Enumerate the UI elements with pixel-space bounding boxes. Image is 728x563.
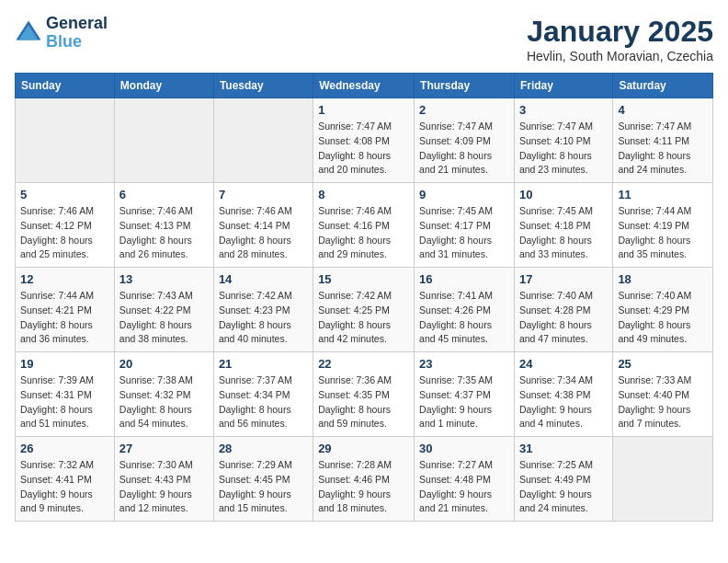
calendar-header: SundayMondayTuesdayWednesdayThursdayFrid… [16, 74, 713, 98]
day-number: 24 [519, 357, 608, 371]
day-number: 15 [318, 272, 409, 286]
day-number: 26 [20, 442, 109, 455]
day-number: 12 [20, 272, 109, 286]
weekday-header-saturday: Saturday [613, 74, 713, 98]
weekday-header-sunday: Sunday [16, 74, 115, 98]
day-number: 3 [519, 103, 608, 117]
weekday-header-friday: Friday [514, 74, 612, 98]
day-number: 19 [20, 357, 109, 371]
month-title: January 2025 [527, 15, 713, 49]
calendar-week-5: 26Sunrise: 7:32 AMSunset: 4:41 PMDayligh… [16, 437, 713, 522]
calendar-cell: 8Sunrise: 7:46 AMSunset: 4:16 PMDaylight… [313, 183, 415, 268]
day-info: Sunrise: 7:38 AMSunset: 4:32 PMDaylight:… [119, 373, 209, 431]
calendar-cell: 16Sunrise: 7:41 AMSunset: 4:26 PMDayligh… [415, 268, 515, 352]
calendar-cell: 6Sunrise: 7:46 AMSunset: 4:13 PMDaylight… [114, 183, 213, 268]
calendar-cell: 24Sunrise: 7:34 AMSunset: 4:38 PMDayligh… [514, 352, 612, 437]
calendar-cell: 23Sunrise: 7:35 AMSunset: 4:37 PMDayligh… [415, 352, 515, 437]
day-number: 10 [519, 188, 608, 201]
logo: General Blue [15, 15, 108, 52]
calendar-cell: 25Sunrise: 7:33 AMSunset: 4:40 PMDayligh… [613, 352, 713, 437]
day-info: Sunrise: 7:39 AMSunset: 4:31 PMDaylight:… [20, 373, 109, 431]
calendar-body: 1Sunrise: 7:47 AMSunset: 4:08 PMDaylight… [16, 98, 713, 522]
day-info: Sunrise: 7:40 AMSunset: 4:29 PMDaylight:… [618, 289, 708, 347]
calendar-week-3: 12Sunrise: 7:44 AMSunset: 4:21 PMDayligh… [16, 268, 713, 352]
title-block: January 2025 Hevlin, South Moravian, Cze… [527, 15, 713, 63]
day-info: Sunrise: 7:42 AMSunset: 4:25 PMDaylight:… [318, 289, 409, 347]
day-number: 21 [219, 357, 308, 371]
calendar-cell: 13Sunrise: 7:43 AMSunset: 4:22 PMDayligh… [114, 268, 213, 352]
day-info: Sunrise: 7:45 AMSunset: 4:17 PMDaylight:… [419, 204, 509, 262]
calendar-week-4: 19Sunrise: 7:39 AMSunset: 4:31 PMDayligh… [16, 352, 713, 437]
day-number: 7 [219, 188, 308, 201]
day-info: Sunrise: 7:47 AMSunset: 4:11 PMDaylight:… [618, 120, 708, 178]
calendar-cell [114, 98, 213, 183]
calendar-cell: 7Sunrise: 7:46 AMSunset: 4:14 PMDaylight… [213, 183, 313, 268]
calendar-cell [16, 98, 115, 183]
day-info: Sunrise: 7:45 AMSunset: 4:18 PMDaylight:… [519, 204, 608, 262]
calendar-cell: 27Sunrise: 7:30 AMSunset: 4:43 PMDayligh… [114, 437, 213, 522]
day-info: Sunrise: 7:33 AMSunset: 4:40 PMDaylight:… [618, 373, 708, 431]
calendar-cell: 15Sunrise: 7:42 AMSunset: 4:25 PMDayligh… [313, 268, 415, 352]
day-info: Sunrise: 7:40 AMSunset: 4:28 PMDaylight:… [519, 289, 608, 347]
calendar-week-2: 5Sunrise: 7:46 AMSunset: 4:12 PMDaylight… [16, 183, 713, 268]
day-number: 18 [618, 272, 708, 286]
day-number: 6 [119, 188, 209, 201]
day-number: 17 [519, 272, 608, 286]
day-info: Sunrise: 7:25 AMSunset: 4:49 PMDaylight:… [519, 458, 608, 516]
weekday-header-thursday: Thursday [415, 74, 515, 98]
day-number: 28 [219, 442, 308, 455]
day-number: 5 [20, 188, 109, 201]
calendar-cell: 17Sunrise: 7:40 AMSunset: 4:28 PMDayligh… [514, 268, 612, 352]
weekday-header-wednesday: Wednesday [313, 74, 415, 98]
day-info: Sunrise: 7:46 AMSunset: 4:14 PMDaylight:… [219, 204, 308, 262]
day-info: Sunrise: 7:32 AMSunset: 4:41 PMDaylight:… [20, 458, 109, 516]
logo-icon [15, 19, 42, 47]
calendar-week-1: 1Sunrise: 7:47 AMSunset: 4:08 PMDaylight… [16, 98, 713, 183]
day-number: 25 [618, 357, 708, 371]
calendar-cell: 14Sunrise: 7:42 AMSunset: 4:23 PMDayligh… [213, 268, 313, 352]
day-info: Sunrise: 7:30 AMSunset: 4:43 PMDaylight:… [119, 458, 209, 516]
day-info: Sunrise: 7:42 AMSunset: 4:23 PMDaylight:… [219, 289, 308, 347]
day-number: 14 [219, 272, 308, 286]
weekday-header-tuesday: Tuesday [213, 74, 313, 98]
calendar-cell: 5Sunrise: 7:46 AMSunset: 4:12 PMDaylight… [16, 183, 115, 268]
day-number: 1 [318, 103, 409, 117]
day-info: Sunrise: 7:44 AMSunset: 4:19 PMDaylight:… [618, 204, 708, 262]
day-info: Sunrise: 7:47 AMSunset: 4:09 PMDaylight:… [419, 120, 509, 178]
day-info: Sunrise: 7:37 AMSunset: 4:34 PMDaylight:… [219, 373, 308, 431]
day-info: Sunrise: 7:46 AMSunset: 4:13 PMDaylight:… [119, 204, 209, 262]
day-info: Sunrise: 7:46 AMSunset: 4:16 PMDaylight:… [318, 204, 409, 262]
day-number: 29 [318, 442, 409, 455]
day-info: Sunrise: 7:28 AMSunset: 4:46 PMDaylight:… [318, 458, 409, 516]
day-number: 27 [119, 442, 209, 455]
calendar-cell: 30Sunrise: 7:27 AMSunset: 4:48 PMDayligh… [415, 437, 515, 522]
calendar-cell: 10Sunrise: 7:45 AMSunset: 4:18 PMDayligh… [514, 183, 612, 268]
calendar-cell: 11Sunrise: 7:44 AMSunset: 4:19 PMDayligh… [613, 183, 713, 268]
calendar-cell: 28Sunrise: 7:29 AMSunset: 4:45 PMDayligh… [213, 437, 313, 522]
calendar-cell: 1Sunrise: 7:47 AMSunset: 4:08 PMDaylight… [313, 98, 415, 183]
weekday-header-monday: Monday [114, 74, 213, 98]
day-info: Sunrise: 7:43 AMSunset: 4:22 PMDaylight:… [119, 289, 209, 347]
day-info: Sunrise: 7:35 AMSunset: 4:37 PMDaylight:… [419, 373, 509, 431]
calendar-cell: 3Sunrise: 7:47 AMSunset: 4:10 PMDaylight… [514, 98, 612, 183]
calendar-cell: 9Sunrise: 7:45 AMSunset: 4:17 PMDaylight… [415, 183, 515, 268]
day-number: 31 [519, 442, 608, 455]
calendar-cell: 19Sunrise: 7:39 AMSunset: 4:31 PMDayligh… [16, 352, 115, 437]
calendar-cell: 26Sunrise: 7:32 AMSunset: 4:41 PMDayligh… [16, 437, 115, 522]
calendar-cell: 21Sunrise: 7:37 AMSunset: 4:34 PMDayligh… [213, 352, 313, 437]
page-header: General Blue January 2025 Hevlin, South … [15, 15, 713, 63]
day-number: 9 [419, 188, 509, 201]
calendar-cell: 22Sunrise: 7:36 AMSunset: 4:35 PMDayligh… [313, 352, 415, 437]
calendar-cell [213, 98, 313, 183]
day-number: 2 [419, 103, 509, 117]
day-info: Sunrise: 7:29 AMSunset: 4:45 PMDaylight:… [219, 458, 308, 516]
day-info: Sunrise: 7:27 AMSunset: 4:48 PMDaylight:… [419, 458, 509, 516]
day-number: 4 [618, 103, 708, 117]
day-number: 23 [419, 357, 509, 371]
day-info: Sunrise: 7:36 AMSunset: 4:35 PMDaylight:… [318, 373, 409, 431]
day-info: Sunrise: 7:41 AMSunset: 4:26 PMDaylight:… [419, 289, 509, 347]
calendar-cell [613, 437, 713, 522]
day-info: Sunrise: 7:47 AMSunset: 4:10 PMDaylight:… [519, 120, 608, 178]
day-number: 11 [618, 188, 708, 201]
calendar-cell: 29Sunrise: 7:28 AMSunset: 4:46 PMDayligh… [313, 437, 415, 522]
